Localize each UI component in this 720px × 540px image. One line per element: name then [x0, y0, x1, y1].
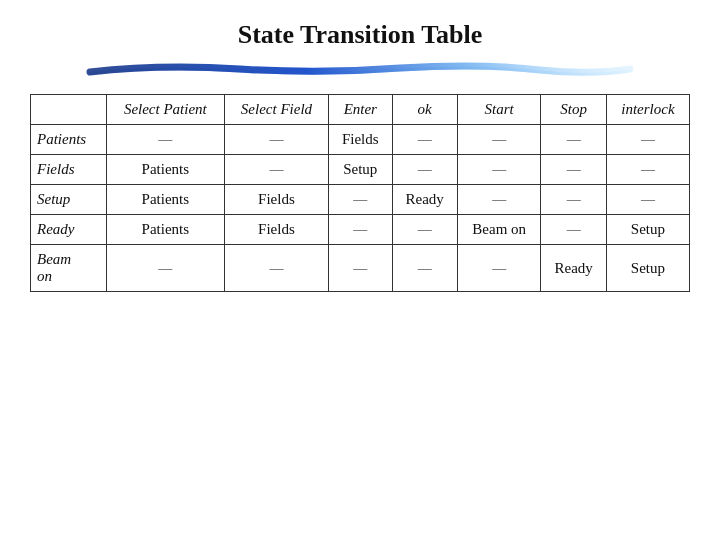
- row-cell: Setup: [329, 155, 392, 185]
- col-header-ok: ok: [392, 95, 457, 125]
- table-row: Patients——Fields————: [31, 125, 690, 155]
- row-cell: —: [392, 215, 457, 245]
- row-state-label: Ready: [31, 215, 107, 245]
- row-cell: Ready: [392, 185, 457, 215]
- row-cell: Patients: [106, 185, 224, 215]
- row-state-label: Beamon: [31, 245, 107, 292]
- row-cell: —: [457, 155, 541, 185]
- table-row: ReadyPatientsFields——Beam on—Setup: [31, 215, 690, 245]
- col-header-enter: Enter: [329, 95, 392, 125]
- row-cell: —: [457, 185, 541, 215]
- row-cell: —: [457, 125, 541, 155]
- row-cell: Fields: [224, 215, 328, 245]
- row-cell: Patients: [106, 215, 224, 245]
- row-cell: —: [329, 245, 392, 292]
- row-cell: —: [541, 215, 606, 245]
- row-cell: Fields: [329, 125, 392, 155]
- row-cell: —: [457, 245, 541, 292]
- table-row: SetupPatientsFields—Ready———: [31, 185, 690, 215]
- row-cell: —: [606, 185, 689, 215]
- col-header-empty: [31, 95, 107, 125]
- col-header-select-patient: Select Patient: [106, 95, 224, 125]
- row-cell: —: [329, 215, 392, 245]
- row-cell: Beam on: [457, 215, 541, 245]
- table-row: FieldsPatients—Setup————: [31, 155, 690, 185]
- row-state-label: Setup: [31, 185, 107, 215]
- row-cell: —: [224, 245, 328, 292]
- row-state-label: Fields: [31, 155, 107, 185]
- row-cell: —: [392, 245, 457, 292]
- transition-table-wrapper: Select Patient Select Field Enter ok Sta…: [30, 94, 690, 292]
- state-transition-table: Select Patient Select Field Enter ok Sta…: [30, 94, 690, 292]
- row-cell: —: [224, 125, 328, 155]
- row-cell: Setup: [606, 245, 689, 292]
- row-cell: —: [106, 125, 224, 155]
- brush-stroke-decoration: [80, 60, 640, 78]
- row-cell: —: [606, 125, 689, 155]
- row-cell: Ready: [541, 245, 606, 292]
- col-header-interlock: interlock: [606, 95, 689, 125]
- col-header-select-field: Select Field: [224, 95, 328, 125]
- row-cell: Setup: [606, 215, 689, 245]
- row-cell: Fields: [224, 185, 328, 215]
- row-cell: —: [224, 155, 328, 185]
- row-cell: Patients: [106, 155, 224, 185]
- row-cell: —: [392, 155, 457, 185]
- row-cell: —: [329, 185, 392, 215]
- row-cell: —: [606, 155, 689, 185]
- row-cell: —: [392, 125, 457, 155]
- col-header-stop: Stop: [541, 95, 606, 125]
- row-cell: —: [541, 125, 606, 155]
- row-cell: —: [541, 155, 606, 185]
- col-header-start: Start: [457, 95, 541, 125]
- table-row: Beamon—————ReadySetup: [31, 245, 690, 292]
- row-state-label: Patients: [31, 125, 107, 155]
- row-cell: —: [106, 245, 224, 292]
- row-cell: —: [541, 185, 606, 215]
- page-title: State Transition Table: [238, 20, 483, 50]
